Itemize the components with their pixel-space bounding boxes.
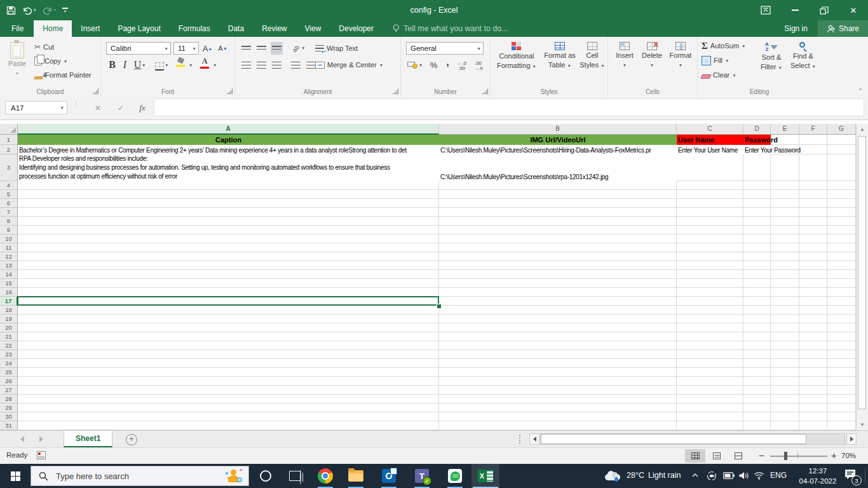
column-header-g[interactable]: G: [827, 124, 856, 135]
tell-me-box[interactable]: Tell me what you want to do...: [393, 20, 508, 37]
align-top-button[interactable]: [240, 42, 252, 55]
bold-button[interactable]: B: [106, 58, 118, 71]
tab-file[interactable]: File: [1, 20, 34, 37]
tab-scroll-grip[interactable]: [519, 435, 520, 444]
scroll-up-arrow[interactable]: ▲: [857, 124, 868, 135]
align-center-button[interactable]: [255, 58, 268, 71]
row-header-4[interactable]: 4: [0, 181, 18, 190]
restore-button[interactable]: [810, 0, 839, 20]
weather-widget[interactable]: [604, 470, 623, 482]
sheet-tab-sheet1[interactable]: Sheet1: [64, 431, 112, 447]
record-macro-icon[interactable]: [37, 451, 46, 459]
paste-button[interactable]: Paste ▼: [4, 38, 31, 78]
row-header-11[interactable]: 11: [0, 243, 18, 252]
name-box-dropdown[interactable]: ▼: [60, 105, 64, 110]
autosum-button[interactable]: Σ AutoSum ▼: [702, 39, 746, 52]
row-header-25[interactable]: 25: [0, 368, 18, 377]
search-highlights-icon[interactable]: ✦: [226, 468, 242, 484]
row-header-6[interactable]: 6: [0, 199, 18, 208]
row-header-13[interactable]: 13: [0, 261, 18, 270]
decrease-indent-button[interactable]: [290, 58, 302, 71]
row-header-18[interactable]: 18: [0, 306, 18, 315]
row-header-23[interactable]: 23: [0, 350, 18, 359]
fill-button[interactable]: ↓ Fill ▼: [702, 54, 729, 67]
borders-dropdown[interactable]: ▼: [165, 63, 168, 67]
tab-review[interactable]: Review: [253, 20, 295, 37]
align-right-button[interactable]: [271, 58, 283, 71]
font-dialog-launcher[interactable]: [227, 88, 233, 94]
normal-view-button[interactable]: [685, 449, 705, 463]
increase-decimal-button[interactable]: ←.0.00: [456, 60, 468, 72]
align-bottom-button[interactable]: [271, 42, 283, 55]
cell-B1[interactable]: IMG Url/VideoUrl: [439, 135, 677, 145]
format-as-table-button[interactable]: Format as Table ▼: [541, 38, 578, 70]
worksheet-grid[interactable]: CaptionIMG Url/VideoUrlUser NamePassword…: [0, 124, 868, 430]
row-header-27[interactable]: 27: [0, 386, 18, 395]
vertical-scroll-thumb[interactable]: [858, 136, 866, 409]
show-desktop-divider[interactable]: [865, 468, 865, 484]
tab-developer[interactable]: Developer: [330, 20, 383, 37]
orientation-dropdown[interactable]: ▼: [301, 46, 305, 50]
taskbar-chat-app[interactable]: [441, 464, 469, 488]
insert-cells-button[interactable]: Insert ▼: [612, 38, 637, 69]
column-header-b[interactable]: B: [439, 124, 677, 135]
row-header-28[interactable]: 28: [0, 395, 18, 403]
insert-function-button[interactable]: fx: [133, 101, 151, 114]
weather-condition[interactable]: Light rain: [648, 471, 681, 480]
cell-A2[interactable]: Bachelor’s Degree in Mathematics or Comp…: [18, 145, 439, 154]
formula-input[interactable]: [154, 98, 864, 116]
fill-color-button[interactable]: [176, 58, 186, 67]
row-header-17[interactable]: 17: [0, 297, 18, 306]
find-select-button[interactable]: Find & Select ▼: [788, 38, 818, 71]
taskbar-excel[interactable]: X: [471, 464, 499, 488]
row-header-24[interactable]: 24: [0, 359, 18, 368]
taskbar-teams[interactable]: T✓: [408, 464, 436, 488]
hscroll-right-arrow[interactable]: [846, 433, 857, 445]
cell-A1[interactable]: Caption: [18, 135, 439, 145]
tab-data[interactable]: Data: [219, 20, 253, 37]
borders-button[interactable]: [153, 60, 165, 72]
scroll-down-arrow[interactable]: ▼: [857, 419, 868, 430]
font-name-combo[interactable]: Calibri▼: [106, 42, 171, 55]
alignment-dialog-launcher[interactable]: [393, 88, 398, 94]
battery-icon[interactable]: [723, 472, 735, 479]
row-header-8[interactable]: 8: [0, 217, 18, 226]
ribbon-display-options-button[interactable]: [751, 0, 780, 20]
column-header-d[interactable]: D: [743, 124, 771, 135]
column-header-c[interactable]: C: [677, 124, 743, 135]
zoom-in-button[interactable]: +: [831, 450, 837, 461]
zoom-level[interactable]: 70%: [841, 452, 856, 459]
row-header-31[interactable]: 31: [0, 421, 18, 430]
action-center-button[interactable]: 3: [844, 468, 859, 484]
decrease-decimal-button[interactable]: .00→.0: [472, 60, 484, 72]
cortana-button[interactable]: [252, 464, 280, 488]
hscroll-left-arrow[interactable]: [529, 433, 539, 445]
accounting-format-button[interactable]: [406, 58, 418, 71]
merge-center-button[interactable]: Merge & Center ▼: [315, 58, 383, 71]
column-header-a[interactable]: A: [18, 124, 439, 135]
weather-temperature[interactable]: 28°C: [627, 471, 644, 480]
tab-insert[interactable]: Insert: [72, 20, 109, 37]
row-header-20[interactable]: 20: [0, 323, 18, 332]
font-size-combo[interactable]: 11▼: [173, 42, 199, 55]
wifi-icon[interactable]: [754, 471, 764, 480]
sort-filter-button[interactable]: AZ Sort & Filter ▼: [756, 38, 787, 72]
cell-B3[interactable]: C:\Users\Nilesh.Muley\Pictures\Screensho…: [439, 154, 677, 181]
zoom-out-button[interactable]: −: [759, 450, 764, 461]
row-header-21[interactable]: 21: [0, 332, 18, 341]
vertical-scrollbar[interactable]: ▲ ▼: [856, 124, 868, 430]
number-format-combo[interactable]: General▼: [406, 42, 484, 55]
close-button[interactable]: ✕: [839, 0, 868, 20]
row-header-26[interactable]: 26: [0, 377, 18, 386]
tab-page-layout[interactable]: Page Layout: [109, 20, 169, 37]
name-box[interactable]: A17 ▼: [5, 101, 67, 114]
volume-icon[interactable]: [738, 471, 749, 480]
row-header-2[interactable]: 2: [0, 145, 18, 154]
row-header-12[interactable]: 12: [0, 252, 18, 261]
row-header-1[interactable]: 1: [0, 135, 18, 145]
align-middle-button[interactable]: [255, 42, 268, 55]
taskbar-clock[interactable]: 12:37 04-07-2022: [794, 466, 841, 486]
start-button[interactable]: [0, 464, 31, 488]
sheet-next-arrow[interactable]: [39, 436, 43, 442]
cancel-entry-button[interactable]: ✕: [89, 101, 107, 114]
